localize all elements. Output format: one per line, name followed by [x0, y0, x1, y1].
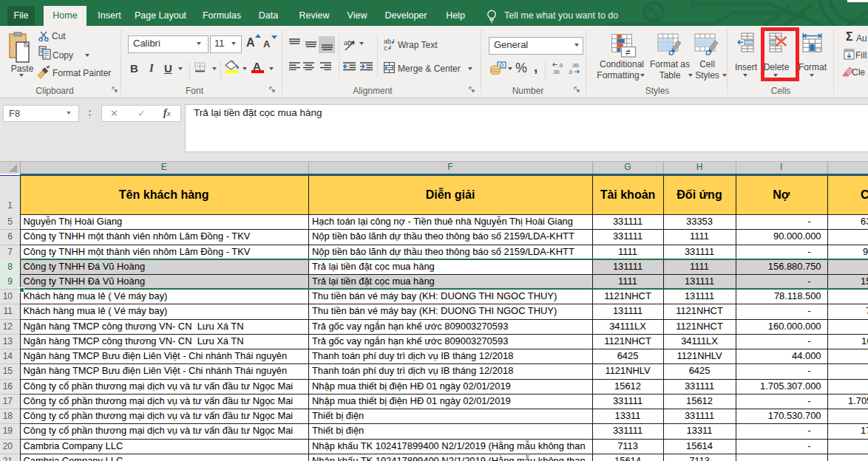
- svg-text:.00: .00: [552, 69, 560, 75]
- svg-text:.0: .0: [568, 69, 572, 75]
- svg-text:≠: ≠: [625, 47, 631, 58]
- svg-text:c: c: [384, 44, 387, 51]
- svg-text:.00: .00: [572, 63, 579, 68]
- svg-text:.0: .0: [558, 63, 563, 68]
- svg-text:ab: ab: [344, 38, 352, 47]
